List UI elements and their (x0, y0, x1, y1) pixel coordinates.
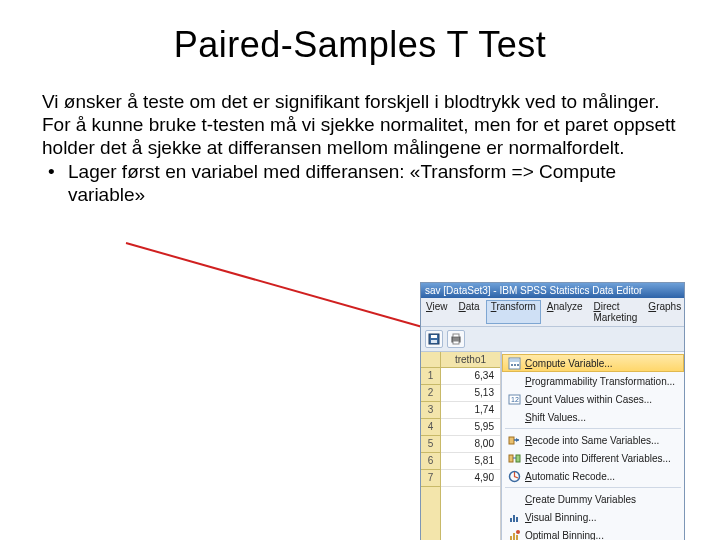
recode-diff-icon (507, 451, 521, 465)
optimal-bin-icon (507, 528, 521, 540)
compute-icon (507, 356, 521, 370)
svg-rect-9 (510, 359, 519, 362)
print-icon[interactable] (447, 330, 465, 348)
row-number: 3 (421, 402, 440, 419)
data-cell[interactable]: 8,00 (441, 436, 500, 453)
svg-rect-22 (516, 517, 518, 522)
data-cell[interactable]: 5,95 (441, 419, 500, 436)
menu-item-recode-into-different-variables[interactable]: Recode into Different Variables... (502, 449, 684, 467)
svg-rect-7 (453, 341, 459, 344)
menu-item-create-dummy-variables[interactable]: Create Dummy Variables (502, 490, 684, 508)
menu-item-label: Compute Variable... (525, 358, 613, 369)
svg-rect-15 (509, 437, 514, 444)
menu-item-compute-variable[interactable]: Compute Variable... (502, 354, 684, 372)
row-number: 6 (421, 453, 440, 470)
bullet-item: • Lager først en variabel med differanse… (42, 160, 678, 206)
transform-dropdown: Compute Variable...Programmability Trans… (501, 352, 684, 540)
menu-view[interactable]: View (421, 300, 453, 324)
svg-rect-3 (431, 335, 437, 338)
svg-rect-11 (514, 364, 516, 366)
svg-rect-12 (517, 364, 519, 366)
svg-marker-16 (516, 438, 519, 442)
spss-titlebar: sav [DataSet3] - IBM SPSS Statistics Dat… (421, 283, 684, 298)
data-cell[interactable]: 5,13 (441, 385, 500, 402)
menu-item-shift-values[interactable]: Shift Values... (502, 408, 684, 426)
menu-item-label: Recode into Same Variables... (525, 435, 659, 446)
menu-item-label: Recode into Different Variables... (525, 453, 671, 464)
menu-item-label: Shift Values... (525, 412, 586, 423)
svg-rect-4 (431, 340, 437, 343)
row-number: 1 (421, 368, 440, 385)
menu-item-recode-into-same-variables[interactable]: Recode into Same Variables... (502, 431, 684, 449)
svg-rect-21 (513, 515, 515, 522)
menu-item-automatic-recode[interactable]: Automatic Recode... (502, 467, 684, 485)
data-cell[interactable]: 6,34 (441, 368, 500, 385)
menu-item-optimal-binning[interactable]: Optimal Binning... (502, 526, 684, 540)
svg-rect-24 (513, 533, 515, 540)
menu-analyze[interactable]: Analyze (542, 300, 588, 324)
menu-item-programmability-transformation[interactable]: Programmability Transformation... (502, 372, 684, 390)
blank-icon (507, 410, 521, 424)
data-column: tretho1 6,345,131,745,958,005,814,90 (441, 352, 501, 540)
svg-rect-25 (516, 535, 518, 540)
spss-toolbar (421, 327, 684, 352)
svg-line-0 (126, 243, 433, 330)
slide-title: Paired-Samples T Test (0, 24, 720, 66)
visual-bin-icon (507, 510, 521, 524)
svg-text:12: 12 (511, 396, 519, 403)
spss-body: 1234567 tretho1 6,345,131,745,958,005,81… (421, 352, 684, 540)
row-number-column: 1234567 (421, 352, 441, 540)
blank-icon (507, 374, 521, 388)
menu-transform[interactable]: Transform (486, 300, 541, 324)
recode-same-icon (507, 433, 521, 447)
menu-item-label: Visual Binning... (525, 512, 597, 523)
body-paragraph: Vi ønsker å teste om det er signifikant … (42, 90, 678, 160)
spss-window: sav [DataSet3] - IBM SPSS Statistics Dat… (420, 282, 685, 540)
bullet-marker: • (42, 160, 68, 206)
data-cell[interactable]: 1,74 (441, 402, 500, 419)
menu-item-label: Count Values within Cases... (525, 394, 652, 405)
row-number: 2 (421, 385, 440, 402)
row-number: 4 (421, 419, 440, 436)
menu-separator (505, 428, 681, 429)
auto-recode-icon (507, 469, 521, 483)
menu-item-label: Automatic Recode... (525, 471, 615, 482)
data-cell[interactable]: 4,90 (441, 470, 500, 487)
bullet-text: Lager først en variabel med differansen:… (68, 160, 678, 206)
menu-graphs[interactable]: Graphs (643, 300, 686, 324)
row-number: 5 (421, 436, 440, 453)
svg-point-26 (516, 530, 520, 534)
svg-rect-6 (453, 334, 459, 337)
menu-item-label: Optimal Binning... (525, 530, 604, 541)
row-number: 7 (421, 470, 440, 487)
data-cell[interactable]: 5,81 (441, 453, 500, 470)
menu-direct-marketing[interactable]: Direct Marketing (588, 300, 642, 324)
pointer-arrow (118, 228, 458, 348)
save-icon[interactable] (425, 330, 443, 348)
menu-item-label: Programmability Transformation... (525, 376, 675, 387)
menu-item-visual-binning[interactable]: Visual Binning... (502, 508, 684, 526)
menu-data[interactable]: Data (454, 300, 485, 324)
svg-rect-20 (510, 518, 512, 522)
svg-rect-23 (510, 536, 512, 540)
menu-item-label: Create Dummy Variables (525, 494, 636, 505)
menu-separator (505, 487, 681, 488)
count-icon: 12 (507, 392, 521, 406)
menu-item-count-values-within-cases[interactable]: 12Count Values within Cases... (502, 390, 684, 408)
blank-icon (507, 492, 521, 506)
svg-rect-18 (516, 455, 520, 462)
spss-menubar: ViewDataTransformAnalyzeDirect Marketing… (421, 298, 684, 327)
svg-rect-10 (511, 364, 513, 366)
column-header: tretho1 (441, 352, 500, 368)
svg-rect-17 (509, 455, 513, 462)
